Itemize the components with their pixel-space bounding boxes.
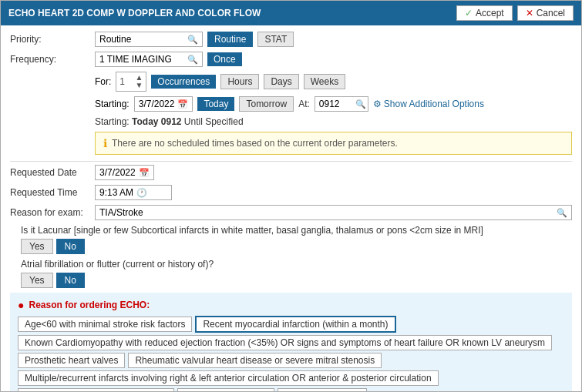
frequency-input[interactable]: 🔍: [95, 52, 203, 67]
occurrences-button[interactable]: Occurrences: [151, 75, 216, 89]
frequency-text-input[interactable]: [99, 54, 186, 65]
echo-header: ● Reason for ordering ECHO:: [18, 299, 564, 311]
echo-option-4[interactable]: Prosthetic heart valves: [18, 353, 125, 368]
echo-row-3: Prosthetic heart valves Rheumatic valvul…: [18, 353, 564, 368]
echo-options-grid: Age<60 with minimal stroke risk factors …: [18, 316, 564, 391]
reason-search-icon: 🔍: [557, 208, 567, 218]
info-box: ℹ There are no scheduled times based on …: [95, 132, 572, 155]
for-label: For:: [95, 76, 111, 87]
for-input[interactable]: 1 ▲ ▼: [116, 72, 146, 92]
requested-time-label: Requested Time: [10, 187, 95, 198]
priority-text-input[interactable]: [99, 34, 186, 45]
search-icon: 🔍: [187, 35, 198, 45]
echo-row-2: Known Cardiomyopathy with reduced ejecti…: [18, 335, 564, 350]
echo-option-1[interactable]: Age<60 with minimal stroke risk factors: [18, 317, 192, 332]
cancel-button[interactable]: ✕ Cancel: [517, 5, 574, 21]
error-icon: ●: [18, 299, 24, 311]
main-container: ECHO HEART 2D COMP W DOPPLER AND COLOR F…: [0, 0, 582, 392]
clock-icon: 🕐: [136, 188, 147, 198]
afib-yn-row: Yes No: [21, 273, 572, 288]
lacunar-yes-button[interactable]: Yes: [21, 239, 53, 254]
starting-note: Starting: Today 0912 Until Specified: [95, 116, 572, 127]
lacunar-no-button[interactable]: No: [56, 239, 85, 254]
requested-time-input[interactable]: 9:13 AM 🕐: [95, 185, 172, 200]
starting-row: Starting: 3/7/2022 📅 Today Tomorrow At: …: [95, 96, 572, 112]
starting-date-input[interactable]: 3/7/2022 📅: [134, 96, 193, 112]
frequency-label: Frequency:: [10, 54, 95, 65]
starting-label: Starting:: [95, 99, 130, 109]
reason-exam-label: Reason for exam:: [10, 207, 95, 218]
once-button[interactable]: Once: [207, 52, 242, 66]
check-icon: ✓: [465, 8, 473, 18]
title-bar-buttons: ✓ Accept ✕ Cancel: [456, 5, 574, 21]
calendar-icon: 📅: [177, 99, 188, 109]
freq-search-icon: 🔍: [187, 55, 198, 65]
frequency-row: Frequency: 🔍 Once: [10, 52, 572, 67]
wrench-small-icon: ⚙: [373, 99, 382, 109]
tomorrow-button[interactable]: Tomorrow: [239, 96, 294, 112]
echo-section: ● Reason for ordering ECHO: Age<60 with …: [10, 293, 572, 391]
window-title: ECHO HEART 2D COMP W DOPPLER AND COLOR F…: [8, 8, 261, 18]
requested-date-label: Requested Date: [10, 167, 95, 178]
priority-row: Priority: 🔍 Routine STAT: [10, 32, 572, 47]
echo-option-5[interactable]: Rheumatic valvular heart disease or seve…: [128, 353, 382, 368]
at-input[interactable]: 🔍: [315, 96, 368, 112]
echo-row-4: Multiple/recurrent infarcts involving ri…: [18, 370, 564, 386]
weeks-button[interactable]: Weeks: [304, 74, 345, 89]
echo-option-3[interactable]: Known Cardiomyopathy with reduced ejecti…: [18, 335, 552, 350]
afib-yes-button[interactable]: Yes: [21, 273, 53, 288]
routine-button[interactable]: Routine: [207, 32, 253, 47]
echo-option-6[interactable]: Multiple/recurrent infarcts involving ri…: [18, 370, 439, 386]
lacunar-yn-row: Yes No: [21, 239, 572, 254]
accept-button[interactable]: ✓ Accept: [456, 5, 513, 21]
show-additional-link[interactable]: ⚙ Show Additional Options: [373, 99, 484, 109]
for-row: For: 1 ▲ ▼ Occurrences Hours Days Weeks: [95, 72, 572, 92]
hours-button[interactable]: Hours: [220, 74, 259, 89]
at-text-input[interactable]: [319, 99, 354, 109]
reason-exam-row: Reason for exam: 🔍: [10, 205, 572, 220]
req-date-calendar-icon: 📅: [139, 168, 150, 178]
at-label: At:: [298, 99, 310, 109]
info-message: There are no scheduled times based on th…: [112, 138, 398, 149]
echo-option-9[interactable]: None of the above: [278, 388, 367, 391]
reason-exam-input[interactable]: 🔍: [95, 205, 572, 220]
reason-exam-text-input[interactable]: [99, 207, 555, 218]
x-icon: ✕: [526, 8, 533, 18]
priority-input[interactable]: 🔍: [95, 32, 203, 47]
requested-date-input[interactable]: 3/7/2022 📅: [95, 165, 154, 180]
divider-1: [10, 161, 572, 162]
lacunar-question: Is it Lacunar [single or few Subcortical…: [21, 225, 572, 236]
today-button[interactable]: Today: [197, 97, 234, 111]
echo-option-2[interactable]: Recent myocardial infarction (within a m…: [195, 316, 395, 333]
wrench-icon: 🔍: [355, 99, 366, 109]
echo-row-5: Suspicion for infective endocarditis Lar…: [18, 388, 564, 391]
echo-row-1: Age<60 with minimal stroke risk factors …: [18, 316, 564, 333]
requested-time-row: Requested Time 9:13 AM 🕐: [10, 185, 572, 200]
stat-button[interactable]: STAT: [257, 32, 294, 47]
echo-option-8[interactable]: Large cortical infarct: [177, 388, 274, 391]
afib-no-button[interactable]: No: [56, 273, 85, 288]
requested-date-row: Requested Date 3/7/2022 📅: [10, 165, 572, 180]
info-icon: ℹ: [103, 137, 107, 149]
echo-option-7[interactable]: Suspicion for infective endocarditis: [18, 388, 174, 391]
content-area: Priority: 🔍 Routine STAT Frequency: 🔍 On…: [1, 25, 581, 391]
title-bar: ECHO HEART 2D COMP W DOPPLER AND COLOR F…: [1, 1, 581, 25]
afib-question: Atrial fibrillation or flutter (current …: [21, 259, 572, 270]
priority-label: Priority:: [10, 34, 95, 45]
days-button[interactable]: Days: [264, 74, 298, 89]
